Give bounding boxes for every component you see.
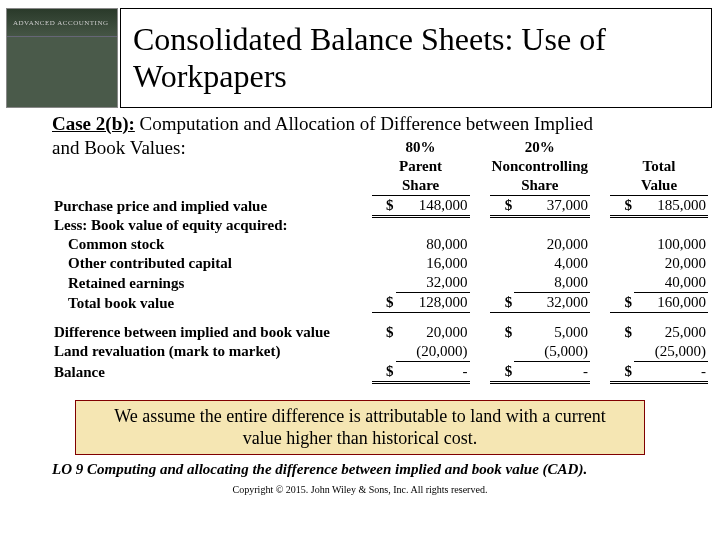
cell: 40,000 (634, 273, 708, 293)
table-row: Purchase price and implied value $148,00… (52, 195, 708, 216)
row-label: Difference between implied and book valu… (52, 323, 372, 342)
row-label: Total book value (52, 293, 372, 313)
copyright-text: Copyright © 2015. John Wiley & Sons, Inc… (0, 484, 720, 495)
book-cover-thumbnail: ADVANCED ACCOUNTING (6, 8, 118, 108)
cell: 148,000 (396, 195, 470, 216)
cell: - (396, 361, 470, 382)
hdr-parent: Parent (372, 157, 470, 176)
table-row: Balance $- $- $- (52, 361, 708, 382)
cell: 20,000 (396, 323, 470, 342)
cell: 20,000 (514, 235, 590, 254)
cell: 25,000 (634, 323, 708, 342)
table-row: Total book value $128,000 $32,000 $160,0… (52, 293, 708, 313)
table-row: Retained earnings 32,000 8,000 40,000 (52, 273, 708, 293)
cell: 32,000 (396, 273, 470, 293)
slide-title: Consolidated Balance Sheets: Use of Work… (120, 8, 712, 108)
cell: 100,000 (634, 235, 708, 254)
hdr-parent-sub: Share (372, 176, 470, 196)
learning-objective: LO 9 Computing and allocating the differ… (0, 461, 720, 478)
cell: (20,000) (396, 342, 470, 362)
cell: 37,000 (514, 195, 590, 216)
allocation-table: 80% 20% Parent Noncontrolling Total Shar… (52, 138, 708, 384)
hdr-nci-pct: 20% (490, 138, 590, 157)
table-row: Other contributed capital 16,000 4,000 2… (52, 254, 708, 273)
book-cover-image (7, 37, 117, 107)
slide-body: Case 2(b): Computation and Allocation of… (0, 108, 720, 384)
cell: 32,000 (514, 293, 590, 313)
hdr-nci: Noncontrolling (490, 157, 590, 176)
table-row: Common stock 80,000 20,000 100,000 (52, 235, 708, 254)
cell: - (514, 361, 590, 382)
book-cover-title: ADVANCED ACCOUNTING (7, 9, 117, 37)
cell: 20,000 (634, 254, 708, 273)
row-label: Less: Book value of equity acquired: (52, 216, 372, 235)
cell: - (634, 361, 708, 382)
assumption-note: We assume the entire difference is attri… (75, 400, 645, 455)
row-label: Other contributed capital (52, 254, 372, 273)
cell: 4,000 (514, 254, 590, 273)
cell: 8,000 (514, 273, 590, 293)
case-label: Case 2(b): (52, 113, 135, 134)
hdr-total: Total (610, 157, 708, 176)
table-row: Land revaluation (mark to market) (20,00… (52, 342, 708, 362)
table-row (52, 313, 708, 323)
cell: 5,000 (514, 323, 590, 342)
cell: (25,000) (634, 342, 708, 362)
cell: (5,000) (514, 342, 590, 362)
table-row: Difference between implied and book valu… (52, 323, 708, 342)
hdr-nci-sub: Share (490, 176, 590, 196)
cell: 80,000 (396, 235, 470, 254)
slide-header: ADVANCED ACCOUNTING Consolidated Balance… (8, 8, 712, 108)
cell: 16,000 (396, 254, 470, 273)
row-label: Retained earnings (52, 273, 372, 293)
table-header-row: Share Share Value (52, 176, 708, 196)
cell: 128,000 (396, 293, 470, 313)
table-row: Less: Book value of equity acquired: (52, 216, 708, 235)
hdr-total-sub: Value (610, 176, 708, 196)
row-label: Common stock (52, 235, 372, 254)
row-label: Purchase price and implied value (52, 195, 372, 216)
row-label: Balance (52, 361, 372, 382)
cell: 185,000 (634, 195, 708, 216)
row-label: Land revaluation (mark to market) (52, 342, 372, 362)
case-text-line1: Computation and Allocation of Difference… (135, 113, 593, 134)
case-text-line2: and Book Values: (52, 137, 186, 158)
cell: 160,000 (634, 293, 708, 313)
hdr-parent-pct: 80% (372, 138, 470, 157)
